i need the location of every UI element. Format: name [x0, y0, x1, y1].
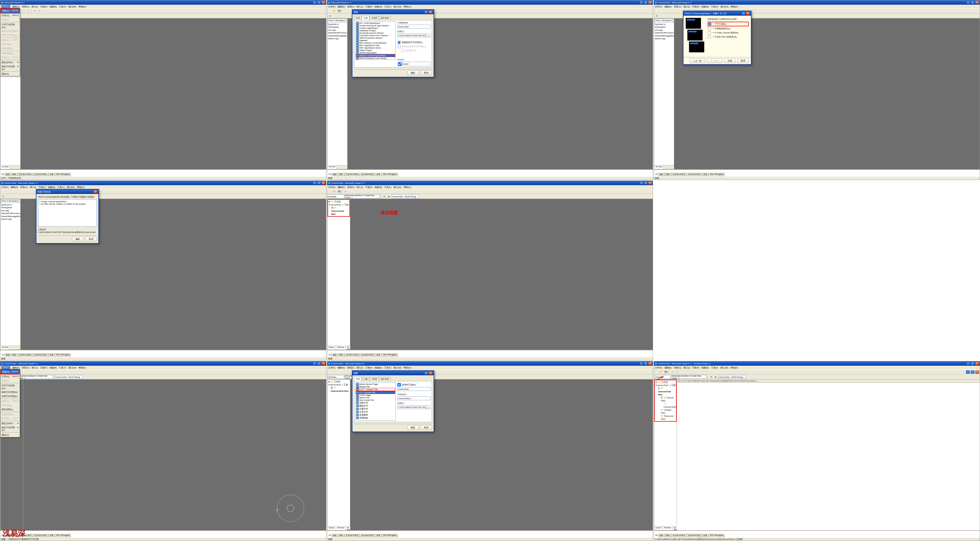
- tab-projects[interactable]: 工程: [362, 16, 369, 20]
- mi-saveas[interactable]: 另存为(A)...: [0, 42, 20, 46]
- finish-button[interactable]: 完成: [724, 58, 735, 63]
- proj-name-input[interactable]: [398, 25, 431, 29]
- menu-tools[interactable]: 工具(T): [59, 5, 66, 8]
- minimize-button[interactable]: -: [640, 1, 643, 4]
- menu-insert[interactable]: 插入(I): [356, 5, 363, 8]
- menu-view[interactable]: 查看(V): [22, 5, 29, 8]
- ok-button[interactable]: 确定: [407, 425, 419, 430]
- chk-add-to-proj[interactable]: [398, 383, 401, 386]
- mdi-max-button[interactable]: □: [971, 370, 975, 373]
- ok-button[interactable]: 确定: [407, 70, 419, 75]
- mi-new[interactable]: 新建(N)...Ctrl+N: [0, 369, 20, 375]
- sb-tab-vaview[interactable]: VA View: [328, 166, 337, 169]
- cancel-button[interactable]: 取消: [85, 237, 97, 241]
- tab-workspaces[interactable]: 工作区: [369, 16, 379, 20]
- combo-config[interactable]: OverrunTest - Win32 Debug: [391, 195, 419, 198]
- menu-build[interactable]: 组建(B): [49, 5, 57, 8]
- otab-find1[interactable]: 在文件1中查找: [18, 173, 33, 176]
- info-close-button[interactable]: ×: [94, 190, 97, 193]
- mdi-min-button[interactable]: -: [966, 370, 970, 373]
- sb-tab-vaview[interactable]: VA View: [0, 166, 10, 169]
- menu-window[interactable]: 窗口(W): [393, 5, 401, 8]
- mi-print[interactable]: 打印(P)...Ctrl+P: [0, 56, 20, 59]
- back-button[interactable]: < 上一步: [690, 58, 705, 63]
- maximize-button[interactable]: □: [644, 1, 648, 4]
- menu-help[interactable]: 帮助(H): [404, 5, 411, 8]
- mdi-close-button[interactable]: ×: [975, 370, 979, 373]
- tab-projects[interactable]: 工程: [362, 377, 369, 381]
- tb-copy-icon[interactable]: 📋: [21, 9, 26, 13]
- menu-file[interactable]: 文件(F): [2, 5, 10, 8]
- browse-button[interactable]: ...: [426, 34, 431, 37]
- maximize-button[interactable]: □: [317, 1, 321, 4]
- otab-debug[interactable]: 调试: [11, 173, 18, 176]
- radio-new-ws[interactable]: [398, 41, 401, 44]
- menu-build[interactable]: 组建(B): [375, 5, 382, 8]
- sidebar-combo[interactable]: Files in Workspace: [328, 19, 346, 22]
- otab-results[interactable]: 结果: [48, 173, 55, 176]
- workspace-tree[interactable]: ⊟ 📁 工作区 'OverrunTest': 1 工程 ⊟ 📁 OverrunT…: [654, 380, 677, 422]
- tb-redo-icon[interactable]: ↷: [37, 9, 41, 13]
- tab-workspaces[interactable]: 工作区: [369, 377, 379, 381]
- combo-scope[interactable]: (Globals): [328, 195, 344, 198]
- titlebar[interactable]: Microsoft Visual C++ - □ ×: [0, 0, 326, 5]
- menu-edit[interactable]: 编辑(E): [337, 5, 345, 8]
- tab-other[interactable]: 其它文档: [379, 16, 391, 20]
- tb-undo-icon[interactable]: ↶: [33, 9, 37, 13]
- cancel-button[interactable]: 取消: [737, 58, 749, 63]
- menu-file[interactable]: 文件(F): [328, 5, 336, 8]
- combo-members[interactable]: [All global members ▾ Create New Class..…: [344, 195, 380, 198]
- tab-files[interactable]: 文件: [354, 377, 362, 381]
- tab-files[interactable]: 文件: [354, 16, 362, 20]
- tb-paste-icon[interactable]: 📋: [26, 9, 30, 13]
- mi-open[interactable]: 打开(O)...Ctrl+O: [0, 375, 20, 378]
- tab-fileview[interactable]: FileView: [336, 346, 345, 349]
- file-type-list[interactable]: Active Server Page Binary File C/C++ Hea…: [355, 382, 396, 421]
- close-button[interactable]: ×: [321, 1, 325, 4]
- otab-build[interactable]: 组建: [5, 173, 11, 176]
- menu-view[interactable]: 查看(V): [347, 5, 355, 8]
- location-input[interactable]: [398, 34, 426, 37]
- editor-area[interactable]: Oe ▾ ▾ X C:\DOCUMENTS AND SETTINGS\MICAH…: [677, 380, 980, 530]
- menu-project[interactable]: 工程(P): [365, 5, 373, 8]
- filename-input[interactable]: [398, 396, 431, 400]
- wizard-close-button[interactable]: ×: [746, 12, 750, 15]
- menu-project[interactable]: 工程(P): [40, 5, 48, 8]
- mi-recent-f[interactable]: 最近文件(F)▸: [0, 61, 20, 64]
- chk-win32[interactable]: [398, 62, 402, 66]
- location-input[interactable]: [398, 405, 426, 409]
- browse-button[interactable]: ...: [426, 405, 431, 409]
- close-button[interactable]: ×: [648, 1, 652, 4]
- dialog-close-button[interactable]: ×: [429, 372, 433, 375]
- mi-close-ws[interactable]: 关闭工作空间(K): [0, 33, 20, 37]
- cancel-button[interactable]: 取消: [420, 425, 432, 430]
- tree-file-node[interactable]: OverrunTest1: [663, 406, 677, 408]
- menu-help[interactable]: 帮助(H): [79, 5, 86, 8]
- mi-open-ws[interactable]: 打开工作空间(W)...: [0, 22, 20, 29]
- workspace-tree[interactable]: ⊟ 📁 工作区 'OverrunTest': 1 工程 ⊞ 📁 OverrunT…: [328, 199, 350, 217]
- mi-close[interactable]: 关闭(C): [0, 18, 20, 22]
- menu-tools[interactable]: 工具(T): [384, 5, 391, 8]
- mi-save-ws[interactable]: 保存工作空间(V): [0, 29, 20, 33]
- mi-save[interactable]: 保存(S)Ctrl+S: [0, 38, 20, 42]
- menu-edit[interactable]: 编辑(E): [12, 5, 20, 8]
- tab-other[interactable]: 其它文档: [379, 377, 391, 381]
- breadcrumb[interactable]: Oe ▾ ▾ X C:\DOCUMENTS AND SETTINGS\MICAH…: [677, 380, 980, 383]
- otab-find2[interactable]: 在文件2中查找: [33, 173, 48, 176]
- mi-recent-w[interactable]: 最近工作空间(R)▸: [0, 64, 20, 71]
- mi-page[interactable]: 页面设置(U)...: [0, 51, 20, 56]
- menu-window[interactable]: 窗口(W): [68, 5, 76, 8]
- ok-button[interactable]: 确定: [72, 237, 84, 241]
- project-type-list[interactable]: ATL COM AppWizard Cluster Resource Type …: [355, 21, 396, 60]
- radio-add-ws[interactable]: [398, 45, 401, 48]
- mi-new[interactable]: 新建(N)...Ctrl+N: [0, 8, 20, 13]
- cancel-button[interactable]: 取消: [420, 70, 432, 75]
- minimize-button[interactable]: -: [313, 1, 317, 4]
- tab-classview[interactable]: ClassV: [328, 346, 336, 349]
- menu-insert[interactable]: 插入(I): [32, 5, 38, 8]
- mi-saveall[interactable]: 保存全部(L): [0, 46, 20, 51]
- addto-combo[interactable]: OverrunTest: [398, 387, 431, 391]
- otab-sql[interactable]: SQL Debugging: [55, 173, 71, 176]
- mi-open[interactable]: 打开(O)...Ctrl+O: [0, 13, 20, 18]
- mi-exit[interactable]: 退出(X): [0, 72, 20, 76]
